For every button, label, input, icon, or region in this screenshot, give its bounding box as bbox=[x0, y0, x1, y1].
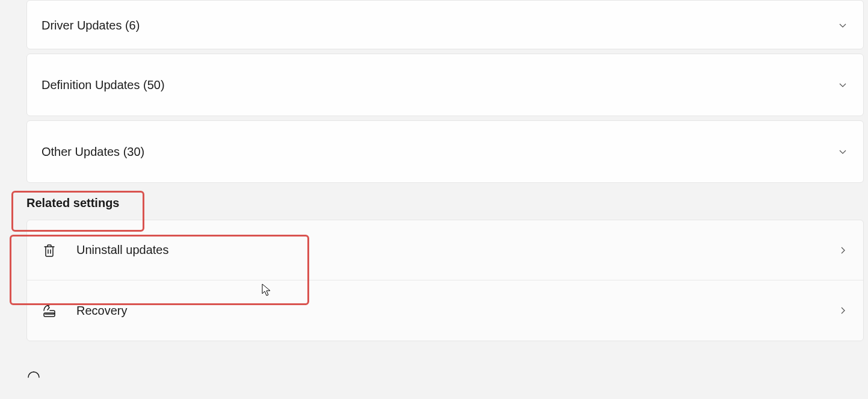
help-icon bbox=[26, 370, 42, 386]
recovery-icon bbox=[42, 303, 57, 318]
chevron-right-icon bbox=[837, 244, 849, 256]
definition-updates-card[interactable]: Definition Updates (50) bbox=[26, 54, 864, 116]
recovery-row[interactable]: Recovery bbox=[27, 280, 863, 341]
trash-icon bbox=[42, 243, 57, 258]
uninstall-updates-row[interactable]: Uninstall updates bbox=[27, 220, 863, 280]
driver-updates-card[interactable]: Driver Updates (6) bbox=[26, 0, 864, 49]
partial-cut-row bbox=[0, 341, 868, 386]
chevron-down-icon bbox=[837, 79, 849, 91]
driver-updates-label: Driver Updates (6) bbox=[42, 19, 140, 32]
svg-rect-2 bbox=[44, 313, 55, 317]
chevron-down-icon bbox=[837, 19, 849, 31]
chevron-down-icon bbox=[837, 146, 849, 158]
uninstall-updates-label: Uninstall updates bbox=[76, 243, 837, 257]
definition-updates-label: Definition Updates (50) bbox=[42, 78, 165, 92]
recovery-label: Recovery bbox=[76, 304, 837, 318]
related-settings-card: Uninstall updates Recovery bbox=[26, 220, 864, 341]
other-updates-card[interactable]: Other Updates (30) bbox=[26, 120, 864, 183]
other-updates-label: Other Updates (30) bbox=[42, 145, 144, 159]
related-settings-header: Related settings bbox=[26, 196, 864, 210]
chevron-right-icon bbox=[837, 305, 849, 317]
